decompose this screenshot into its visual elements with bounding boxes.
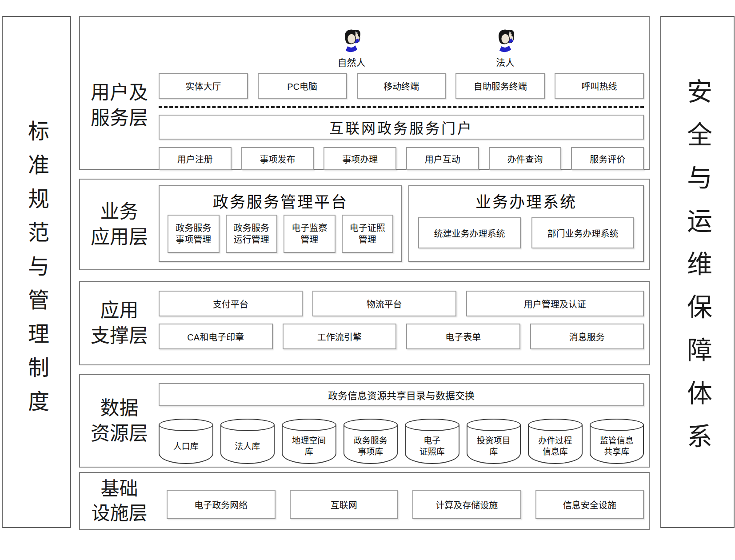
db-line: 信息库	[543, 447, 568, 458]
platform-module-box: 电子监察 管理	[284, 215, 336, 253]
infrastructure-layer-content: 电子政务网络 互联网 计算及存储设施 信息安全设施	[159, 473, 649, 529]
label-line: 基础	[100, 476, 138, 501]
portal-function-row: 用户注册 事项发布 事项办理 用户互动 办件查询 服务评价	[159, 147, 644, 170]
db-line: 库	[489, 447, 498, 458]
label-line: 用户及	[91, 80, 148, 105]
support-box: CA和电子印章	[159, 324, 273, 349]
module-line: 事项管理	[176, 234, 211, 245]
platform-module-box: 电子证照 管理	[342, 215, 394, 253]
label-line: 数据	[100, 396, 139, 421]
cylinder-top	[282, 419, 336, 431]
module-line: 电子证照	[350, 222, 385, 234]
label-line: 应用	[100, 298, 139, 323]
db-line: 监管信息	[600, 436, 634, 447]
standards-pillar: 标准规范与管理制度	[2, 16, 71, 528]
function-box: 服务评价	[571, 147, 644, 170]
support-box: 消息服务	[530, 324, 644, 349]
group-title: 业务办理系统	[409, 186, 643, 215]
support-row-1: 支付平台 物流平台 用户管理及认证	[159, 291, 644, 316]
database-cylinder: 电子 证照库	[405, 419, 459, 464]
data-resource-layer-content: 政务信息资源共享目录与数据交换 人口库 法人库	[159, 375, 649, 467]
user-service-layer-label: 用户及 服务层	[80, 17, 159, 169]
database-cylinder: 人口库	[159, 419, 213, 464]
label-line: 资源层	[91, 421, 148, 446]
natural-person: 自然人	[330, 27, 373, 68]
facility-box: 计算及存储设施	[412, 490, 521, 519]
channel-box: 移动终端	[357, 73, 446, 99]
business-app-layer-content: 政务服务管理平台 政务服务 事项管理 政务服务 运行管理 电子监察 管理	[159, 180, 649, 269]
function-box: 办件查询	[489, 147, 562, 170]
db-line: 事项库	[358, 447, 383, 458]
db-line: 地理空间	[292, 436, 326, 447]
actor-label: 法人	[496, 55, 515, 68]
cylinder-top	[220, 419, 275, 431]
support-row-2: CA和电子印章 工作流引擎 电子表单 消息服务	[159, 324, 644, 349]
channel-row: 实体大厅 PC电脑 移动终端 自助服务终端 呼叫热线	[159, 73, 644, 99]
actor-label: 自然人	[338, 55, 366, 68]
database-cylinder: 法人库	[220, 419, 275, 464]
app-support-layer-content: 支付平台 物流平台 用户管理及认证 CA和电子印章 工作流引擎 电子表单 消息服…	[159, 282, 649, 364]
module-line: 政务服务	[234, 222, 269, 234]
infrastructure-layer-label: 基础 设施层	[80, 473, 159, 529]
user-service-layer-content: 自然人 法人 实体大厅 PC电脑 移动终端 自助服务终端	[159, 17, 649, 169]
data-resource-layer: 数据 资源层 政务信息资源共享目录与数据交换 人口库 法人库	[79, 374, 650, 468]
function-box: 用户注册	[159, 147, 232, 170]
support-box: 电子表单	[406, 324, 520, 349]
database-row: 人口库 法人库 地理空间 库	[159, 419, 644, 464]
facility-box: 信息安全设施	[535, 490, 644, 519]
db-line: 法人库	[235, 441, 260, 452]
cylinder-top	[405, 419, 459, 431]
label-line: 服务层	[91, 105, 148, 131]
database-cylinder: 投资项目 库	[467, 419, 521, 464]
database-cylinder: 办件过程 信息库	[528, 419, 583, 464]
business-app-layer: 业务 应用层 政务服务管理平台 政务服务 事项管理 政务服务 运行管理	[79, 179, 650, 270]
cylinder-top	[344, 419, 398, 431]
module-line: 运行管理	[234, 234, 269, 245]
security-ops-pillar: 安全与运维保障体系	[660, 16, 735, 528]
cylinder-top	[528, 419, 583, 431]
channel-box: 呼叫热线	[555, 73, 644, 99]
business-app-layer-label: 业务 应用层	[80, 180, 159, 269]
module-line: 政务服务	[176, 222, 211, 234]
support-box: 工作流引擎	[283, 324, 397, 349]
person-pair-icon	[495, 27, 516, 53]
module-line: 电子监察	[292, 222, 327, 234]
data-resource-layer-label: 数据 资源层	[80, 375, 159, 467]
cylinder-top	[467, 419, 521, 431]
system-box: 部门业务办理系统	[531, 217, 634, 248]
channel-box: 实体大厅	[159, 73, 248, 99]
db-line: 办件过程	[538, 436, 572, 447]
db-line: 人口库	[173, 441, 199, 452]
user-service-layer: 用户及 服务层 自然人	[79, 16, 650, 170]
service-mgmt-platform-group: 政务服务管理平台 政务服务 事项管理 政务服务 运行管理 电子监察 管理	[159, 185, 402, 262]
group-items: 政务服务 事项管理 政务服务 运行管理 电子监察 管理 电子证照	[160, 215, 401, 261]
system-box: 统建业务办理系统	[418, 217, 521, 248]
cylinder-top	[159, 419, 213, 431]
facility-box: 电子政务网络	[167, 490, 276, 519]
function-box: 用户互动	[406, 147, 479, 170]
database-cylinder: 政务服务 事项库	[344, 419, 398, 464]
channel-box: 自助服务终端	[455, 73, 545, 99]
database-cylinder: 监管信息 共享库	[590, 419, 644, 464]
data-exchange-box: 政务信息资源共享目录与数据交换	[159, 383, 644, 406]
facility-row: 电子政务网络 互联网 计算及存储设施 信息安全设施	[159, 490, 644, 519]
platform-module-box: 政务服务 事项管理	[168, 215, 220, 253]
person-pair-icon	[341, 27, 362, 53]
db-line: 电子	[423, 436, 440, 447]
app-support-layer: 应用 支撑层 支付平台 物流平台 用户管理及认证 CA和电子印章 工作流引擎 电…	[79, 281, 650, 365]
db-line: 投资项目	[477, 436, 511, 447]
dashed-separator	[159, 106, 644, 108]
channel-box: PC电脑	[258, 73, 347, 99]
database-cylinder: 地理空间 库	[282, 419, 336, 464]
db-line: 共享库	[604, 447, 629, 458]
app-support-layer-label: 应用 支撑层	[80, 282, 159, 364]
platform-module-box: 政务服务 运行管理	[226, 215, 278, 253]
label-line: 支撑层	[91, 323, 148, 348]
module-line: 管理	[359, 234, 376, 245]
standards-pillar-label: 标准规范与管理制度	[21, 120, 52, 424]
internet-portal-box: 互联网政务服务门户	[159, 115, 644, 140]
db-line: 证照库	[419, 447, 445, 458]
architecture-diagram: 标准规范与管理制度 安全与运维保障体系 用户及 服务层 自然人	[0, 0, 735, 560]
facility-box: 互联网	[290, 490, 399, 519]
infrastructure-layer: 基础 设施层 电子政务网络 互联网 计算及存储设施 信息安全设施	[79, 472, 650, 530]
